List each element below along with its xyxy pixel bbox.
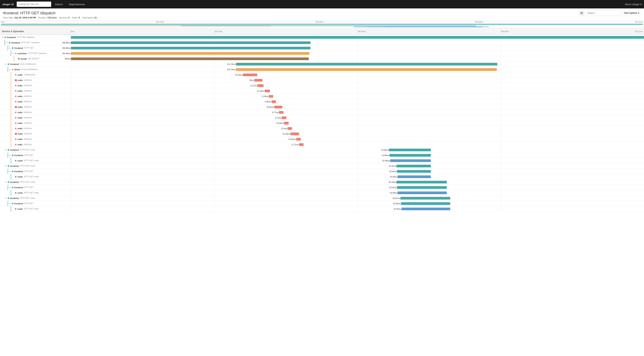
span-bar[interactable]: 28.81ms <box>274 106 282 108</box>
span-bar[interactable]: 6.99ms <box>272 100 276 103</box>
trace-search-input[interactable] <box>586 10 620 16</box>
span-bar[interactable]: 11.72ms <box>299 143 304 146</box>
table-row[interactable]: redisGetDriver12.4ms <box>0 126 644 131</box>
span-bar[interactable]: 305.88ms <box>71 47 310 49</box>
about-chevron-icon: ▾ <box>640 3 642 6</box>
table-row[interactable]: ▾frontendDriver::findNearest211.15ms <box>0 61 644 67</box>
dependencies-nav-button[interactable]: Dependencies <box>67 2 87 6</box>
span-bar[interactable]: 42.48ms <box>398 175 431 178</box>
tl-label-0: 0ms <box>71 30 74 32</box>
expand-button[interactable]: ▸ <box>9 186 11 188</box>
table-row[interactable]: redisGetDriver12.34ms <box>0 88 644 94</box>
table-row[interactable]: routeHTTP GET /route63.48ms <box>0 190 644 196</box>
table-row[interactable]: mysqlSQL SELECT304ms <box>0 56 644 61</box>
span-bar[interactable]: 8.17ms <box>257 84 264 87</box>
expand-button[interactable]: ▾ <box>6 41 8 44</box>
row-pipe <box>4 40 5 45</box>
row-pipe <box>14 56 14 61</box>
service-name-label: frontend <box>10 165 19 167</box>
table-row[interactable]: redisGetDriver8.17ms <box>0 83 644 88</box>
table-row[interactable]: ▸frontendHTTP GET305.88ms <box>0 45 644 51</box>
expand-button[interactable]: ▸ <box>12 52 14 54</box>
search-nav-button[interactable]: Search <box>53 2 65 6</box>
span-bar[interactable]: 304.48ms <box>71 52 309 55</box>
table-row[interactable]: routeHTTP GET /route52.08ms <box>0 158 644 163</box>
expand-button[interactable]: ▾ <box>4 197 7 199</box>
span-bar[interactable]: 211.15ms <box>236 63 497 65</box>
expand-button[interactable]: ▾ <box>2 36 4 38</box>
span-bar[interactable]: 63.48ms <box>398 192 447 194</box>
span-bar[interactable]: 43.45ms <box>396 165 431 167</box>
table-row[interactable]: ▾frontendHTTP GET: /route52.92ms <box>0 147 644 153</box>
span-bar[interactable]: 14.02ms <box>296 138 301 141</box>
table-row[interactable]: ▾frontendHTTP GET: /route43.45ms <box>0 163 644 169</box>
table-row[interactable]: ▾frontendHTTP GET: /route64.18ms <box>0 179 644 185</box>
mini-timeline[interactable]: 0ms 183.03ms 366.06ms 549.08ms 732.11ms <box>0 20 644 28</box>
table-row[interactable]: redisGetDriver14.02ms <box>0 137 644 142</box>
table-row[interactable]: ▾frontendHTTP GET /dispatch <box>0 35 644 40</box>
span-bar[interactable]: 63.36ms <box>402 208 450 210</box>
table-row[interactable]: ▸driverDriver::findNearest210.78ms <box>0 67 644 72</box>
expand-button[interactable]: ▸ <box>9 154 11 156</box>
span-bar[interactable]: 12.34ms <box>265 90 270 92</box>
table-row[interactable]: routeHTTP GET /route42.48ms <box>0 174 644 179</box>
span-bar[interactable]: 12.4ms <box>288 127 292 130</box>
span-bar[interactable]: 52.08ms <box>390 159 431 162</box>
span-bar[interactable]: 305.89ms <box>71 41 310 44</box>
lookup-input[interactable] <box>17 1 51 7</box>
table-row[interactable]: !redisGetDriver31.63ms <box>0 131 644 137</box>
trace-duration-label: Duration: <box>38 16 47 19</box>
span-bar[interactable]: 6.24ms <box>269 95 273 98</box>
table-row[interactable]: !redisGetDriver28.81ms <box>0 104 644 110</box>
table-row[interactable]: redisGetDriver6.24ms <box>0 94 644 99</box>
table-row[interactable]: redisFindDriverIDs18.23ms <box>0 72 644 77</box>
expand-button[interactable]: ▸ <box>9 47 11 49</box>
span-bar[interactable]: 31.63ms <box>290 132 299 135</box>
table-row[interactable]: ▸frontendHTTP GET52.89ms <box>0 153 644 158</box>
span-bar[interactable]: 32ms <box>254 79 262 82</box>
table-row[interactable]: redisGetDriver8.77ms <box>0 110 644 115</box>
expand-button[interactable]: ▾ <box>4 165 7 167</box>
span-bar[interactable]: 63.65ms <box>401 202 450 205</box>
expand-button[interactable]: ▸ <box>9 170 11 172</box>
grid-line <box>358 206 358 211</box>
cmd-icon[interactable]: ⌘ <box>579 11 584 15</box>
table-row[interactable]: ▸customerHTTP GET /customer304.48ms <box>0 51 644 56</box>
expand-button[interactable]: ▾ <box>4 181 7 183</box>
table-row[interactable]: ▾frontendHTTP GET: /route63.67ms <box>0 196 644 201</box>
table-row[interactable]: ▾frontendHTTP GET: /customer305.89ms <box>0 40 644 45</box>
span-bar[interactable]: 43.44ms <box>397 170 431 173</box>
span-bar[interactable]: 304ms <box>71 57 309 60</box>
view-options-button[interactable]: View Options ▾ <box>622 11 641 15</box>
span-bar[interactable] <box>71 36 644 39</box>
row-pipe <box>8 67 8 72</box>
lookup-container <box>17 1 51 7</box>
expand-button[interactable]: ▸ <box>9 202 11 205</box>
table-row[interactable]: redisGetDriver6.99ms <box>0 99 644 104</box>
expand-button[interactable]: ▸ <box>9 68 11 70</box>
span-bar[interactable]: 64.18ms <box>396 181 447 183</box>
service-name-label: redis <box>18 79 22 81</box>
table-row[interactable]: redisGetDriver8.12ms <box>0 115 644 120</box>
table-row[interactable]: ▸frontendHTTP GET43.44ms <box>0 169 644 174</box>
trace-collapse-icon[interactable]: ▾ <box>3 11 4 14</box>
span-bar[interactable]: 210.78ms <box>236 68 496 71</box>
table-row[interactable]: redisGetDriver10.49ms <box>0 120 644 126</box>
span-bar[interactable]: 18.23ms <box>243 73 257 76</box>
table-row[interactable]: !redisGetDriver32ms <box>0 77 644 83</box>
table-row[interactable]: ▸frontendHTTP GET63.65ms <box>0 201 644 206</box>
table-row[interactable]: routeHTTP GET /route63.36ms <box>0 206 644 212</box>
span-bar[interactable]: 10.49ms <box>284 122 289 124</box>
table-row[interactable]: redisGetDriver11.72ms <box>0 142 644 147</box>
span-bar[interactable]: 64.15ms <box>397 186 447 189</box>
span-bar[interactable]: 8.12ms <box>282 116 286 119</box>
operation-name-label: GetDriver <box>24 84 32 86</box>
about-nav[interactable]: About Jaeger ▾ <box>625 3 642 6</box>
expand-button[interactable]: ▾ <box>4 149 7 151</box>
span-bar[interactable]: 8.77ms <box>279 111 284 114</box>
span-bar[interactable]: 63.67ms <box>400 197 450 200</box>
span-bar[interactable]: 52.89ms <box>390 154 431 157</box>
expand-button[interactable]: ▾ <box>4 63 7 65</box>
table-row[interactable]: ▸frontendHTTP GET64.15ms <box>0 185 644 190</box>
span-bar[interactable]: 52.92ms <box>389 149 431 151</box>
